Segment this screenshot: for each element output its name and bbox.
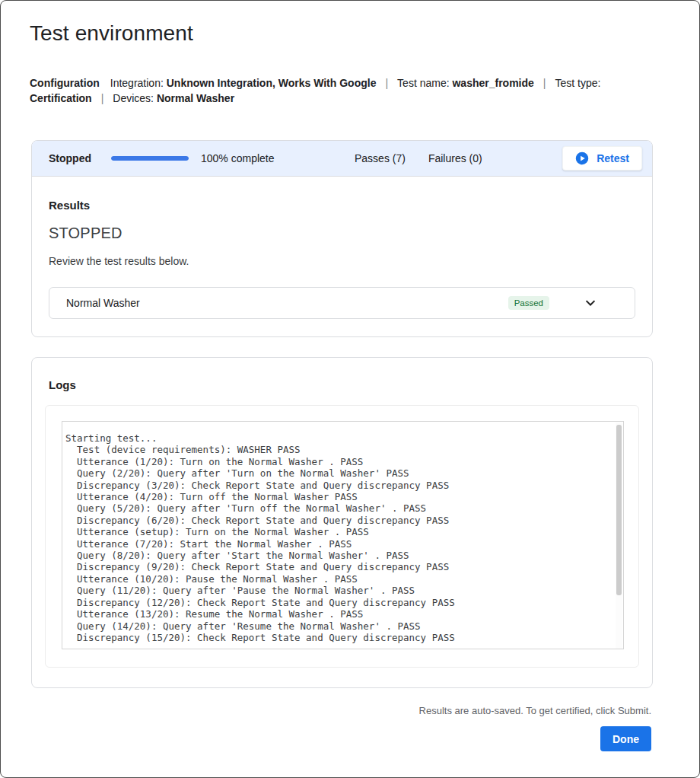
log-output-box[interactable]: Starting test... Test (device requiremen… [62, 421, 624, 649]
status-bar: Stopped 100% complete Passes (7) Failure… [32, 141, 652, 177]
log-output: Starting test... Test (device requiremen… [65, 432, 612, 643]
autosave-note: Results are auto-saved. To get certified… [1, 705, 651, 716]
done-button[interactable]: Done [600, 726, 651, 751]
device-name: Normal Washer [66, 297, 140, 309]
chevron-down-icon[interactable] [583, 295, 598, 311]
config-item-devices: Devices: Normal Washer [113, 92, 234, 104]
scrollbar-thumb[interactable] [616, 425, 622, 595]
failures-count: Failures (0) [428, 152, 482, 164]
configuration-summary: ConfigurationIntegration: Unknown Integr… [30, 75, 673, 106]
test-environment-window: Test environment ConfigurationIntegratio… [0, 0, 700, 778]
progress-label: 100% complete [201, 152, 275, 164]
play-icon [575, 151, 589, 165]
logs-panel: Starting test... Test (device requiremen… [45, 405, 639, 668]
config-separator: | [101, 92, 104, 104]
status-badge: Passed [508, 296, 549, 310]
logs-heading: Logs [49, 378, 652, 392]
device-result-row[interactable]: Normal Washer Passed [49, 287, 635, 319]
status-state-label: Stopped [49, 152, 91, 164]
logs-card: Logs Starting test... Test (device requi… [31, 357, 653, 688]
config-separator: | [385, 77, 388, 89]
results-body: Results STOPPED Review the test results … [32, 177, 652, 336]
progress-bar [111, 156, 189, 161]
config-separator: | [543, 77, 546, 89]
progress-bar-fill [111, 156, 189, 161]
retest-button[interactable]: Retest [562, 146, 642, 171]
configuration-label: Configuration [30, 77, 100, 89]
results-description: Review the test results below. [49, 255, 635, 267]
config-item-test-name: Test name: washer_fromide [397, 77, 534, 89]
config-item-integration: Integration: Unknown Integration, Works … [110, 77, 377, 89]
test-status: STOPPED [49, 225, 635, 241]
results-card: Stopped 100% complete Passes (7) Failure… [31, 140, 653, 337]
retest-button-label: Retest [597, 152, 629, 164]
log-scrollbar[interactable] [616, 422, 622, 649]
results-heading: Results [49, 199, 635, 212]
passes-count: Passes (7) [355, 152, 406, 164]
page-title: Test environment [30, 22, 699, 45]
